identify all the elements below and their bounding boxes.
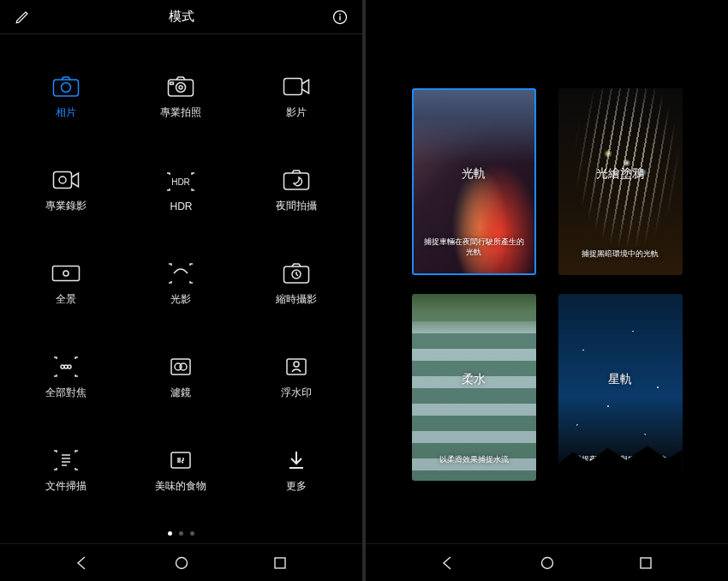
camera-modes-screen: 模式 相片 專業拍照 影片 專 <box>0 0 362 581</box>
svg-text:HDR: HDR <box>172 177 191 187</box>
mode-label: 影片 <box>286 105 307 120</box>
panorama-icon <box>51 262 81 285</box>
mode-food[interactable]: 美味的食物 <box>123 424 238 518</box>
card-title: 光軌 <box>462 166 486 182</box>
svg-rect-14 <box>53 266 80 280</box>
svg-point-15 <box>63 271 69 276</box>
mode-label: HDR <box>170 201 192 213</box>
header-title: 模式 <box>169 9 194 25</box>
page-dot <box>190 531 194 536</box>
video-icon <box>282 75 311 98</box>
mode-timelapse[interactable]: 縮時攝影 <box>239 238 354 332</box>
svg-point-11 <box>59 177 66 183</box>
mode-label: 縮時攝影 <box>276 292 317 307</box>
mode-label: 光影 <box>170 292 191 307</box>
mode-light-effect[interactable]: 光影 <box>123 238 238 332</box>
svg-point-29 <box>541 557 552 568</box>
mode-label: 專業拍照 <box>160 105 201 120</box>
svg-rect-2 <box>339 15 340 20</box>
mode-label: 專業錄影 <box>45 199 87 213</box>
svg-point-23 <box>180 363 187 370</box>
nav-recent[interactable] <box>263 546 297 580</box>
mode-video[interactable]: 影片 <box>239 51 354 145</box>
header-bar: 模式 <box>0 0 362 34</box>
hdr-icon: HDR <box>166 171 195 193</box>
svg-rect-13 <box>283 173 308 189</box>
svg-point-7 <box>179 86 182 89</box>
mode-label: 全部對焦 <box>45 386 87 400</box>
android-navbar <box>366 543 728 581</box>
nav-back[interactable] <box>431 546 465 580</box>
svg-rect-9 <box>283 79 301 95</box>
mode-watermark[interactable]: 浮水印 <box>239 331 354 424</box>
mode-label: 更多 <box>286 479 307 494</box>
svg-rect-8 <box>170 82 174 85</box>
card-desc: 捕捉車輛在夜間行駛所產生的光軌 <box>421 237 528 258</box>
mode-doc-scan[interactable]: 文件掃描 <box>9 424 123 518</box>
mode-night[interactable]: 夜間拍攝 <box>239 145 354 238</box>
svg-point-20 <box>68 365 71 368</box>
effect-card-grid: 光軌 捕捉車輛在夜間行駛所產生的光軌 光繪塗鴉 捕捉黑暗環境中的光軌 柔水 以柔… <box>366 0 728 543</box>
card-title: 光繪塗鴉 <box>596 166 644 182</box>
card-desc: 以柔滑效果捕捉水流 <box>419 454 529 465</box>
food-icon <box>166 449 195 471</box>
mode-pro-photo[interactable]: 專業拍照 <box>123 51 238 145</box>
mode-pro-video[interactable]: 專業錄影 <box>9 145 123 238</box>
light-effect-icon <box>166 262 195 285</box>
nav-home[interactable] <box>530 546 564 580</box>
android-navbar <box>0 543 362 581</box>
doc-scan-icon <box>51 449 81 471</box>
card-traffic-trails[interactable]: 光軌 捕捉車輛在夜間行駛所產生的光軌 <box>412 88 536 275</box>
mode-hdr[interactable]: HDR HDR <box>123 145 238 238</box>
camera-pro-icon <box>166 75 195 98</box>
svg-point-6 <box>176 83 186 93</box>
mode-more[interactable]: 更多 <box>239 424 354 518</box>
mode-label: 文件掃描 <box>45 479 87 494</box>
mode-label: 美味的食物 <box>155 479 206 494</box>
mode-grid: 相片 專業拍照 影片 專業錄影 HDR HDR <box>0 34 362 523</box>
watermark-icon <box>282 356 311 378</box>
mode-label: 相片 <box>56 105 76 120</box>
night-icon <box>282 169 311 191</box>
video-pro-icon <box>51 169 81 191</box>
card-title: 星軌 <box>608 372 632 387</box>
page-dot <box>179 531 183 536</box>
card-light-graffiti[interactable]: 光繪塗鴉 捕捉黑暗環境中的光軌 <box>558 88 683 275</box>
edit-icon[interactable] <box>12 7 33 27</box>
nav-recent[interactable] <box>629 546 663 580</box>
mode-label: 浮水印 <box>281 386 312 400</box>
mode-filter[interactable]: 濾鏡 <box>123 331 238 424</box>
card-star-trails[interactable]: 星軌 捕捉夜空群星與銀河的軌跡 <box>558 294 683 481</box>
timelapse-icon <box>282 262 311 285</box>
page-dot <box>168 531 172 536</box>
nav-home[interactable] <box>164 546 199 580</box>
mode-label: 夜間拍攝 <box>276 199 317 213</box>
mode-all-focus[interactable]: 全部對焦 <box>9 331 123 424</box>
card-silky-water[interactable]: 柔水 以柔滑效果捕捉水流 <box>412 294 536 481</box>
info-icon[interactable] <box>330 7 350 27</box>
card-title: 柔水 <box>462 372 486 387</box>
mode-panorama[interactable]: 全景 <box>9 238 123 332</box>
light-painting-screen: 光軌 捕捉車輛在夜間行駛所產生的光軌 光繪塗鴉 捕捉黑暗環境中的光軌 柔水 以柔… <box>366 0 728 581</box>
svg-rect-10 <box>54 172 72 189</box>
svg-point-25 <box>294 362 299 367</box>
svg-point-1 <box>339 13 341 15</box>
card-desc: 捕捉夜空群星與銀河的軌跡 <box>565 454 676 465</box>
download-icon <box>282 449 311 471</box>
filter-icon <box>166 356 195 378</box>
svg-rect-26 <box>171 452 190 468</box>
camera-icon <box>51 75 81 98</box>
mode-label: 濾鏡 <box>170 386 191 400</box>
svg-point-27 <box>176 557 187 568</box>
svg-point-4 <box>62 83 71 93</box>
mode-photo[interactable]: 相片 <box>9 51 123 145</box>
card-desc: 捕捉黑暗環境中的光軌 <box>565 249 676 260</box>
nav-back[interactable] <box>65 546 99 580</box>
all-focus-icon <box>51 356 81 378</box>
svg-rect-28 <box>275 558 285 568</box>
svg-rect-30 <box>641 558 651 568</box>
page-indicator <box>0 523 362 543</box>
mode-label: 全景 <box>56 292 76 307</box>
